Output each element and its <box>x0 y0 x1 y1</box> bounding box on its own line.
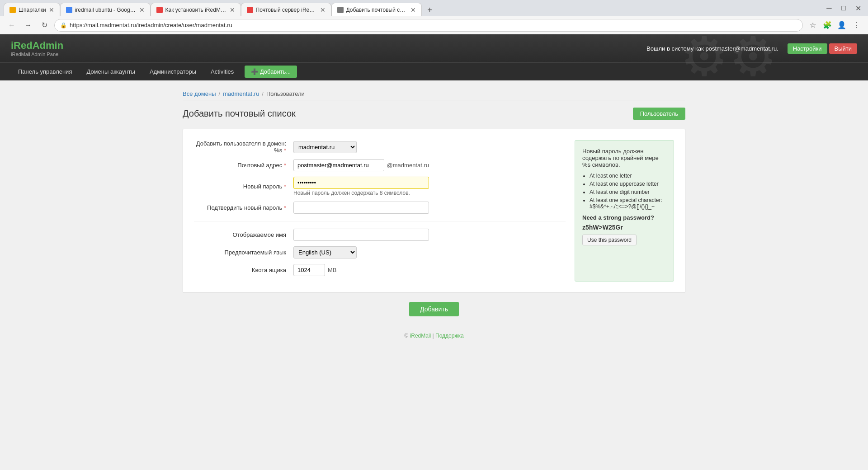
submit-button[interactable]: Добавить <box>409 302 459 316</box>
forward-button[interactable]: → <box>22 19 34 32</box>
label-new-password: Новый пароль * <box>194 183 293 190</box>
email-input-group: @madmentat.ru <box>293 159 429 171</box>
brand-name: iRedAdmin <box>11 40 646 52</box>
address-bar[interactable]: 🔒 https://mail.madmentat.ru/iredadmin/cr… <box>54 19 803 32</box>
form-main: Добавить пользователя в домен: %s * madm… <box>194 140 566 282</box>
req-letter: At least one letter <box>590 173 666 179</box>
control-quota: MB <box>293 264 429 276</box>
password-hint: Новый пароль должен содержать 8 символов… <box>293 190 429 196</box>
tab-iredmail-install[interactable]: Как установить iRedMail на Ub… ✕ <box>151 3 241 16</box>
profile-button[interactable]: 👤 <box>835 19 848 32</box>
control-language: English (US) <box>293 246 429 258</box>
row-new-password: Новый пароль * Новый пароль должен содер… <box>194 177 566 196</box>
label-add-to-domain: Добавить пользователя в домен: %s * <box>194 140 293 154</box>
tab-title-google: iredmail ubuntu - Google Searc… <box>75 7 137 13</box>
label-confirm-password: Подтвердить новый пароль * <box>194 204 293 211</box>
sidebar-password-title: Новый пароль должен содержать по крайней… <box>582 148 666 168</box>
tab-title-cheat: Шпаргалки <box>19 7 46 13</box>
quota-input[interactable] <box>293 264 325 276</box>
domain-select[interactable]: madmentat.ru <box>293 141 357 153</box>
settings-button[interactable]: Настройки <box>788 43 827 54</box>
tab-close-iredmail-server[interactable]: ✕ <box>320 6 326 14</box>
nav-activities[interactable]: Activities <box>203 63 241 80</box>
control-confirm-password <box>293 202 429 214</box>
row-add-to-domain: Добавить пользователя в домен: %s * madm… <box>194 140 566 154</box>
sidebar-requirements-list: At least one letter At least one upperca… <box>590 173 666 210</box>
display-name-input[interactable] <box>293 229 429 241</box>
tab-close-google[interactable]: ✕ <box>139 6 145 14</box>
page-wrapper: iRedAdmin iRedMail Admin Panel ⚙⚙ Вошли … <box>0 34 868 351</box>
tab-google[interactable]: iredmail ubuntu - Google Searc… ✕ <box>60 3 151 16</box>
bookmark-button[interactable]: ☆ <box>807 19 819 32</box>
row-confirm-password: Подтвердить новый пароль * <box>194 202 566 214</box>
tab-close-active[interactable]: ✕ <box>410 6 416 14</box>
email-input[interactable] <box>293 159 384 171</box>
lock-icon: 🔒 <box>60 22 67 28</box>
new-password-input[interactable] <box>293 177 429 189</box>
browser-toolbar: ← → ↻ 🔒 https://mail.madmentat.ru/iredad… <box>0 16 868 34</box>
nav-dashboard[interactable]: Панель управления <box>11 63 79 80</box>
email-domain-addon: @madmentat.ru <box>387 162 429 169</box>
row-display-name: Отображаемое имя <box>194 229 566 241</box>
add-button[interactable]: ➕ Добавить... <box>245 66 297 78</box>
label-display-name: Отображаемое имя <box>194 231 293 238</box>
control-email: @madmentat.ru <box>293 159 429 171</box>
breadcrumb-domain[interactable]: madmentat.ru <box>223 90 259 97</box>
use-password-button[interactable]: Use this password <box>582 235 637 245</box>
gear-decoration: ⚙⚙ <box>680 34 778 80</box>
browser-tabs: Шпаргалки ✕ iredmail ubuntu - Google Sea… <box>4 0 436 16</box>
minimize-button[interactable]: ─ <box>823 2 835 14</box>
tab-title-iredmail-install: Как установить iRedMail на Ub… <box>165 7 227 13</box>
control-new-password: Новый пароль должен содержать 8 символов… <box>293 177 429 196</box>
menu-button[interactable]: ⋮ <box>850 19 863 32</box>
label-language: Предпочитаемый язык <box>194 249 293 256</box>
tab-cheat[interactable]: Шпаргалки ✕ <box>4 3 60 16</box>
maximize-button[interactable]: □ <box>837 2 850 14</box>
quota-unit: MB <box>328 267 337 273</box>
password-sidebar: Новый пароль должен содержать по крайней… <box>575 140 674 282</box>
content-area: Все домены / madmentat.ru / Пользователи… <box>172 80 696 324</box>
tab-favicon-cheat <box>9 7 16 13</box>
breadcrumb-current: Пользователи <box>266 90 305 97</box>
row-email: Почтовый адрес * @madmentat.ru <box>194 159 566 171</box>
form-divider-1 <box>194 221 566 221</box>
nav-admins[interactable]: Администраторы <box>142 63 203 80</box>
confirm-password-input[interactable] <box>293 202 429 214</box>
breadcrumb: Все домены / madmentat.ru / Пользователи <box>183 88 685 100</box>
tab-close-cheat[interactable]: ✕ <box>49 6 54 14</box>
label-email: Почтовый адрес * <box>194 162 293 169</box>
req-uppercase: At least one uppercase letter <box>590 181 666 187</box>
nav-domains[interactable]: Домены аккаунты <box>79 63 142 80</box>
close-window-button[interactable]: ✕ <box>852 2 864 14</box>
tab-add-mail-list[interactable]: Добавить почтовый список ✕ <box>331 3 422 16</box>
required-password: * <box>284 183 286 190</box>
address-text: https://mail.madmentat.ru/iredadmin/crea… <box>70 22 797 28</box>
tab-favicon-google <box>66 7 72 13</box>
tab-close-iredmail-install[interactable]: ✕ <box>230 6 235 14</box>
required-add-domain: * <box>284 147 286 154</box>
tab-favicon-iredmail-install <box>156 7 163 13</box>
back-button[interactable]: ← <box>5 19 18 32</box>
brand-ired: iRed <box>11 40 33 51</box>
breadcrumb-all-domains[interactable]: Все домены <box>183 90 216 97</box>
language-select[interactable]: English (US) <box>293 246 357 258</box>
new-tab-button[interactable]: + <box>424 4 436 16</box>
tab-favicon-iredmail-server <box>247 7 253 13</box>
tab-favicon-active <box>337 7 344 13</box>
reload-button[interactable]: ↻ <box>38 19 51 32</box>
extensions-button[interactable]: 🧩 <box>821 19 834 32</box>
row-language: Предпочитаемый язык English (US) <box>194 246 566 258</box>
page-footer: © iRedMail | Поддержка <box>0 324 868 348</box>
footer-iredmail-link[interactable]: iRedMail <box>410 333 431 339</box>
quota-group: MB <box>293 264 429 276</box>
tab-title-active: Добавить почтовый список <box>346 7 408 13</box>
logout-button[interactable]: Выйти <box>829 43 858 54</box>
form-title: Добавить почтовый список <box>183 108 296 119</box>
form-submit-area: Добавить <box>183 302 685 316</box>
tab-iredmail-server[interactable]: Почтовый сервер iRedMail на… ✕ <box>241 3 331 16</box>
iredadmin-header: iRedAdmin iRedMail Admin Panel ⚙⚙ Вошли … <box>0 34 868 80</box>
user-button[interactable]: Пользователь <box>633 108 685 120</box>
required-email: * <box>284 162 286 169</box>
footer-support-link[interactable]: Поддержка <box>435 333 464 339</box>
brand-subtitle: iRedMail Admin Panel <box>11 52 646 57</box>
